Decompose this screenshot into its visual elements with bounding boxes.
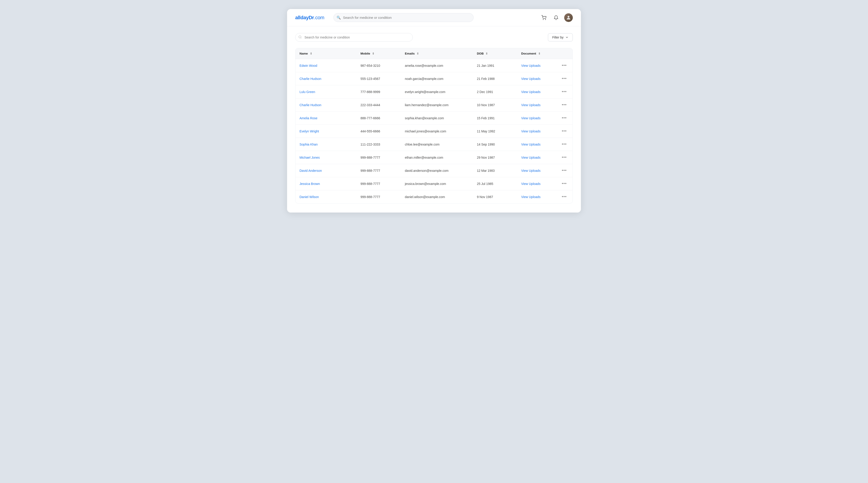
cell-mobile-9: 999-888-7777	[356, 177, 401, 190]
name-link-8[interactable]: David Anderson	[300, 169, 322, 172]
table-header-row: Name ⇕ Mobile ⇕ Emails ⇕ DOB ⇕ Document	[296, 48, 572, 59]
name-link-1[interactable]: Charlie Hudson	[300, 77, 321, 81]
view-uploads-link-9[interactable]: View Uploads	[521, 182, 540, 186]
sort-icon-document[interactable]: ⇕	[538, 52, 540, 55]
cell-email-4: sophia.khan@example.com	[401, 112, 473, 125]
cell-doc-9: View Uploads	[517, 177, 556, 190]
filter-button[interactable]: Filter by	[548, 33, 573, 41]
view-uploads-link-0[interactable]: View Uploads	[521, 64, 540, 67]
col-header-dob: DOB ⇕	[473, 48, 517, 59]
cell-actions-5: •••	[556, 125, 572, 138]
notifications-button[interactable]	[552, 13, 560, 22]
cell-mobile-10: 999-888-7777	[356, 190, 401, 203]
cell-doc-8: View Uploads	[517, 164, 556, 177]
cell-doc-4: View Uploads	[517, 112, 556, 125]
name-link-0[interactable]: Edwin Wood	[300, 64, 317, 67]
cell-doc-6: View Uploads	[517, 138, 556, 151]
more-options-button-6[interactable]: •••	[560, 141, 568, 147]
cell-dob-7: 29 Nov 1987	[473, 151, 517, 164]
cell-name-4: Amelia Rose	[296, 112, 356, 125]
sort-icon-dob[interactable]: ⇕	[486, 52, 488, 55]
svg-point-2	[567, 16, 569, 18]
col-header-document: Document ⇕	[517, 48, 556, 59]
avatar[interactable]	[564, 13, 573, 22]
view-uploads-link-3[interactable]: View Uploads	[521, 103, 540, 107]
cell-mobile-1: 555-123-4567	[356, 72, 401, 85]
patients-table: Name ⇕ Mobile ⇕ Emails ⇕ DOB ⇕ Document	[296, 48, 572, 203]
name-link-10[interactable]: Daniel Wilson	[300, 195, 319, 199]
name-link-2[interactable]: Lulu Green	[300, 90, 315, 94]
more-options-button-4[interactable]: •••	[560, 115, 568, 121]
main-content: Filter by Name ⇕ Mobile ⇕ Emails ⇕	[287, 26, 581, 212]
sort-icon-email[interactable]: ⇕	[416, 52, 419, 55]
main-window: alldayDr.com 🔍	[287, 9, 581, 212]
more-options-button-3[interactable]: •••	[560, 102, 568, 108]
cell-name-5: Evelyn Wright	[296, 125, 356, 138]
name-link-4[interactable]: Amelia Rose	[300, 116, 317, 120]
sort-icon-name[interactable]: ⇕	[310, 52, 312, 55]
view-uploads-link-5[interactable]: View Uploads	[521, 130, 540, 133]
sort-icon-mobile[interactable]: ⇕	[372, 52, 374, 55]
table-row: Sophia Khan 111-222-3333 chloe.lee@examp…	[296, 138, 572, 151]
more-options-button-7[interactable]: •••	[560, 154, 568, 160]
cart-button[interactable]	[540, 13, 548, 22]
more-options-button-5[interactable]: •••	[560, 128, 568, 134]
more-options-button-0[interactable]: •••	[560, 63, 568, 68]
svg-line-4	[301, 37, 301, 38]
cell-dob-1: 21 Feb 1988	[473, 72, 517, 85]
cell-doc-2: View Uploads	[517, 85, 556, 98]
top-search-input[interactable]	[333, 13, 473, 22]
search-icon-top: 🔍	[337, 16, 341, 20]
cell-name-2: Lulu Green	[296, 85, 356, 98]
cell-actions-3: •••	[556, 98, 572, 112]
view-uploads-link-4[interactable]: View Uploads	[521, 116, 540, 120]
col-header-mobile: Mobile ⇕	[356, 48, 401, 59]
more-options-button-9[interactable]: •••	[560, 181, 568, 187]
cell-dob-3: 10 Nov 1987	[473, 98, 517, 112]
cell-actions-7: •••	[556, 151, 572, 164]
view-uploads-link-1[interactable]: View Uploads	[521, 77, 540, 81]
table-row: Lulu Green 777-888-9999 evelyn.wright@ex…	[296, 85, 572, 98]
more-options-button-1[interactable]: •••	[560, 76, 568, 82]
cell-email-10: daniel.wilson@example.com	[401, 190, 473, 203]
cell-dob-5: 11 May 1992	[473, 125, 517, 138]
more-options-button-10[interactable]: •••	[560, 194, 568, 200]
cell-actions-6: •••	[556, 138, 572, 151]
cell-mobile-8: 999-888-7777	[356, 164, 401, 177]
col-header-actions	[556, 48, 572, 59]
top-search-bar: 🔍	[333, 13, 473, 22]
cell-actions-4: •••	[556, 112, 572, 125]
view-uploads-link-2[interactable]: View Uploads	[521, 90, 540, 94]
filter-label: Filter by	[552, 35, 563, 39]
name-link-6[interactable]: Sophia Khan	[300, 143, 318, 146]
cell-email-2: evelyn.wright@example.com	[401, 85, 473, 98]
cell-email-5: michael.jones@example.com	[401, 125, 473, 138]
sub-search-input[interactable]	[295, 33, 413, 41]
cell-name-3: Charlie Hudson	[296, 98, 356, 112]
cell-dob-9: 25 Jul 1985	[473, 177, 517, 190]
chevron-down-icon	[565, 36, 568, 39]
view-uploads-link-7[interactable]: View Uploads	[521, 156, 540, 159]
cell-email-9: jessica.brown@example.com	[401, 177, 473, 190]
view-uploads-link-10[interactable]: View Uploads	[521, 195, 540, 199]
view-uploads-link-8[interactable]: View Uploads	[521, 169, 540, 172]
more-options-button-2[interactable]: •••	[560, 89, 568, 94]
more-options-button-8[interactable]: •••	[560, 168, 568, 173]
cell-mobile-0: 987-654-3210	[356, 59, 401, 72]
col-header-name: Name ⇕	[296, 48, 356, 59]
cell-name-6: Sophia Khan	[296, 138, 356, 151]
cell-doc-5: View Uploads	[517, 125, 556, 138]
cell-dob-6: 14 Sep 1990	[473, 138, 517, 151]
name-link-5[interactable]: Evelyn Wright	[300, 130, 319, 133]
cell-name-7: Michael Jones	[296, 151, 356, 164]
table-row: Evelyn Wright 444-555-6666 michael.jones…	[296, 125, 572, 138]
name-link-7[interactable]: Michael Jones	[300, 156, 320, 159]
table-row: Daniel Wilson 999-888-7777 daniel.wilson…	[296, 190, 572, 203]
cell-email-0: amelia.rose@example.com	[401, 59, 473, 72]
view-uploads-link-6[interactable]: View Uploads	[521, 143, 540, 146]
name-link-9[interactable]: Jessica Brown	[300, 182, 320, 186]
cell-email-1: noah.garcia@example.com	[401, 72, 473, 85]
table-row: Charlie Hudson 555-123-4567 noah.garcia@…	[296, 72, 572, 85]
name-link-3[interactable]: Charlie Hudson	[300, 103, 321, 107]
table-row: Jessica Brown 999-888-7777 jessica.brown…	[296, 177, 572, 190]
